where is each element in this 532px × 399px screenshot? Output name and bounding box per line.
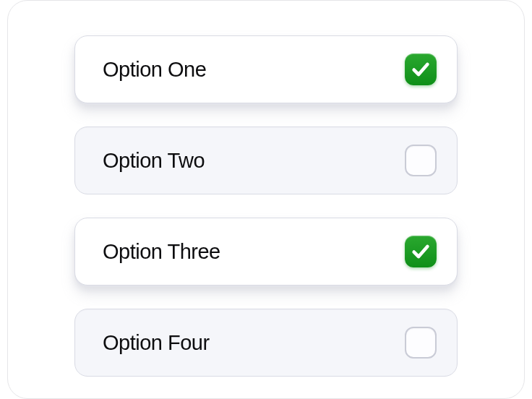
option-label: Option Three [103,240,220,264]
option-row-four[interactable]: Option Four [74,309,458,377]
option-row-two[interactable]: Option Two [74,126,458,194]
option-label: Option One [103,58,206,82]
checkbox-checked-icon[interactable] [405,236,437,267]
options-list: Option One Option Two Option Three Optio… [74,35,458,377]
checkbox-checked-icon[interactable] [405,53,437,85]
checkbox-unchecked-icon[interactable] [405,145,437,176]
option-label: Option Four [103,331,210,355]
options-card: Option One Option Two Option Three Optio… [7,0,525,399]
option-label: Option Two [103,149,205,173]
option-row-one[interactable]: Option One [74,35,458,103]
checkbox-unchecked-icon[interactable] [405,327,437,359]
option-row-three[interactable]: Option Three [74,218,458,286]
